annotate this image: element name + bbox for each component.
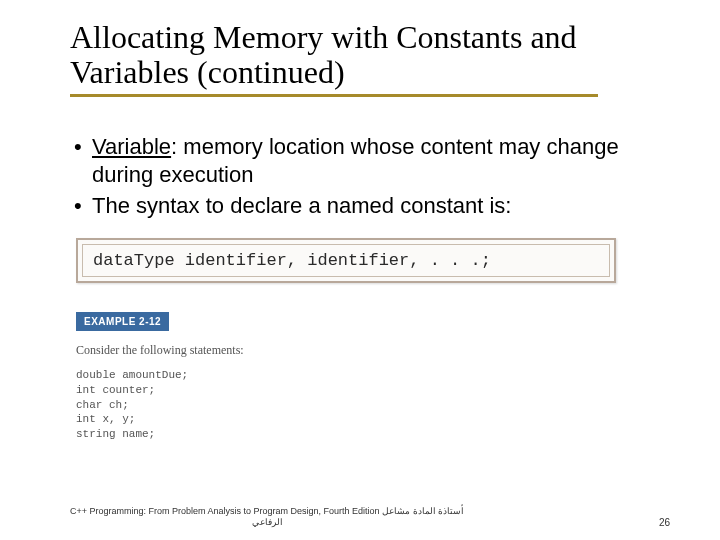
page-number: 26 [659, 517, 670, 528]
footer-citation: C++ Programming: From Problem Analysis t… [70, 506, 464, 528]
syntax-box: dataType identifier, identifier, . . .; [76, 238, 616, 283]
code-line: int counter; [76, 384, 155, 396]
code-line: char ch; [76, 399, 129, 411]
bullet-text: Variable: memory location whose content … [92, 133, 670, 188]
footer: C++ Programming: From Problem Analysis t… [70, 506, 670, 528]
slide-container: Allocating Memory with Constants and Var… [0, 0, 720, 540]
bullet-item: • The syntax to declare a named constant… [74, 192, 670, 220]
code-line: double amountDue; [76, 369, 188, 381]
bullet-dot-icon: • [74, 192, 92, 220]
code-block: double amountDue; int counter; char ch; … [76, 368, 670, 442]
example-intro: Consider the following statements: [76, 343, 670, 358]
code-line: string name; [76, 428, 155, 440]
bullet-term: Variable [92, 134, 171, 159]
code-line: int x, y; [76, 413, 135, 425]
title-underline [70, 94, 598, 97]
bullet-dot-icon: • [74, 133, 92, 161]
bullet-text: The syntax to declare a named constant i… [92, 192, 670, 220]
example-label: EXAMPLE 2-12 [76, 312, 169, 331]
bullet-rest: : memory location whose content may chan… [92, 134, 619, 187]
bullet-list: • Variable: memory location whose conten… [74, 133, 670, 220]
bullet-item: • Variable: memory location whose conten… [74, 133, 670, 188]
slide-title: Allocating Memory with Constants and Var… [70, 20, 670, 90]
syntax-text: dataType identifier, identifier, . . .; [82, 244, 610, 277]
bullet-rest: The syntax to declare a named constant i… [92, 193, 511, 218]
footer-line1: C++ Programming: From Problem Analysis t… [70, 506, 464, 516]
footer-line2: الرفاعي [252, 517, 283, 527]
